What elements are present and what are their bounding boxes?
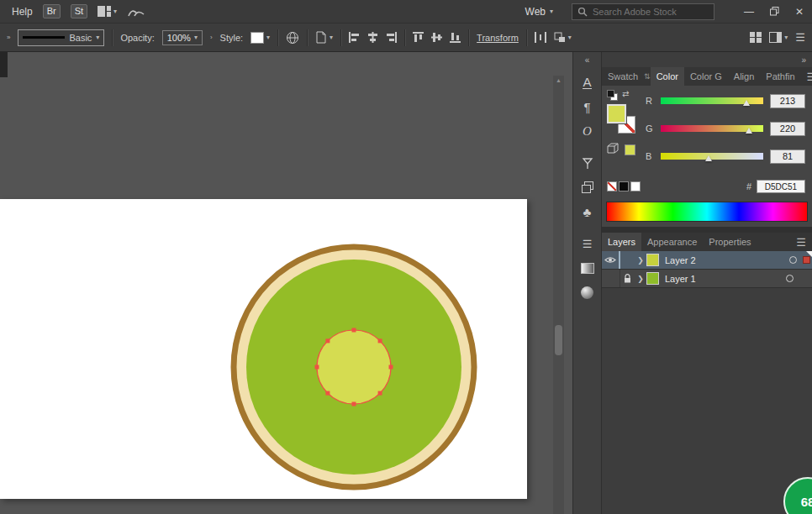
green-value-input[interactable] <box>770 122 805 136</box>
paragraph-panel-button[interactable]: ¶ <box>577 97 598 116</box>
recolor-artwork-button[interactable] <box>286 31 299 45</box>
symbols-panel-button[interactable]: ♣ <box>577 202 598 221</box>
variables-panel-button[interactable] <box>577 154 598 172</box>
target-circle-icon[interactable] <box>786 275 794 282</box>
layer-row-layer1[interactable]: ❯ Layer 1 <box>602 270 812 288</box>
green-slider-handle[interactable] <box>746 128 752 134</box>
bridge-button[interactable]: Br <box>43 4 61 18</box>
white-swatch[interactable] <box>630 181 641 191</box>
selection-color-chip[interactable] <box>803 256 810 264</box>
tab-properties[interactable]: Properties <box>703 233 757 251</box>
blue-slider-handle[interactable] <box>705 155 712 161</box>
hex-row: # <box>746 180 805 193</box>
close-button[interactable]: ✕ <box>787 0 812 24</box>
none-swatch[interactable] <box>607 181 617 191</box>
restore-button[interactable] <box>762 0 787 24</box>
workspace-grid-button[interactable] <box>750 32 762 43</box>
opentype-panel-button[interactable]: O <box>577 122 598 140</box>
artwork[interactable] <box>0 199 527 499</box>
align-top-icon <box>413 32 424 43</box>
align-left-button[interactable] <box>349 32 360 43</box>
visibility-toggle[interactable] <box>602 270 620 287</box>
arrange-documents-button[interactable]: ▾ <box>98 6 117 17</box>
divider <box>340 29 341 46</box>
collapse-panels-button[interactable]: « <box>573 52 601 67</box>
character-panel-button[interactable]: A <box>577 73 598 92</box>
tab-color-guide[interactable]: Color G <box>684 67 728 86</box>
eye-icon <box>604 256 616 264</box>
tab-cycle-icon[interactable]: ⇅ <box>644 67 651 86</box>
panel-dock-toggle[interactable]: ▾ <box>769 32 788 43</box>
tab-appearance[interactable]: Appearance <box>641 233 703 251</box>
expand-arrow-icon[interactable]: ❯ <box>635 256 646 265</box>
in-gamut-swatch[interactable] <box>625 144 635 155</box>
canvas-area[interactable]: ▲ <box>0 52 572 514</box>
fill-proxy-small[interactable] <box>607 90 614 97</box>
opentype-icon: O <box>583 124 592 139</box>
align-bottom-button[interactable] <box>450 32 461 43</box>
layer-thumbnail[interactable] <box>646 254 659 266</box>
adobe-stock-search[interactable] <box>572 3 714 20</box>
tab-swatches[interactable]: Swatch <box>602 67 644 86</box>
scroll-up-icon[interactable]: ▲ <box>553 77 564 83</box>
layers-panel-menu-icon[interactable]: ☰ <box>790 233 812 251</box>
red-slider[interactable] <box>661 97 763 104</box>
restore-icon <box>770 7 779 16</box>
workspace-switcher[interactable]: Web ▾ <box>525 6 553 18</box>
transform-link[interactable]: Transform <box>477 33 519 43</box>
tab-pathfinder[interactable]: Pathfin <box>760 67 800 86</box>
fill-swatch[interactable] <box>607 104 626 123</box>
brush-definition-dropdown[interactable]: Basic ▾ <box>18 29 104 46</box>
visibility-toggle[interactable] <box>602 251 620 269</box>
blue-slider[interactable] <box>661 153 763 160</box>
lock-toggle[interactable] <box>620 251 635 269</box>
blue-value-input[interactable] <box>770 149 805 164</box>
align-to-selection-button[interactable]: ▾ <box>554 32 572 43</box>
minimize-button[interactable]: — <box>736 0 762 24</box>
layer-thumbnail[interactable] <box>646 272 659 285</box>
style-dropdown[interactable]: ▾ <box>250 32 270 44</box>
tab-layers[interactable]: Layers <box>602 233 641 251</box>
lock-toggle[interactable] <box>620 270 635 287</box>
out-of-gamut-cube-icon[interactable] <box>607 143 619 155</box>
color-spectrum-bar[interactable] <box>606 202 808 222</box>
opacity-value-dropdown[interactable]: 100% ▾ <box>162 30 203 45</box>
target-circle-icon[interactable] <box>789 256 797 264</box>
opacity-flyout-icon[interactable]: › <box>210 34 213 41</box>
control-panel-menu-button[interactable]: ☰ <box>795 31 805 44</box>
gradient-panel-button[interactable] <box>577 259 598 277</box>
gpu-performance-button[interactable] <box>127 6 145 18</box>
red-slider-handle[interactable] <box>743 100 750 106</box>
layer-name[interactable]: Layer 1 <box>665 274 696 284</box>
artboard[interactable] <box>0 199 527 499</box>
search-input[interactable] <box>593 7 702 17</box>
layer-name[interactable]: Layer 2 <box>665 255 696 265</box>
artboards-panel-button[interactable] <box>577 178 598 197</box>
swap-fill-stroke-icon[interactable]: ⇄ <box>622 89 629 98</box>
stock-button[interactable]: St <box>71 4 87 18</box>
layer-row-layer2[interactable]: ❯ Layer 2 <box>602 251 812 270</box>
vertical-scrollbar[interactable]: ▲ <box>553 76 564 514</box>
hex-value-input[interactable] <box>757 180 805 193</box>
expand-arrow-icon[interactable]: ❯ <box>635 275 646 283</box>
red-value-input[interactable] <box>770 94 805 108</box>
control-bar-overflow-icon[interactable]: » <box>7 34 10 41</box>
align-middle-button[interactable] <box>431 32 442 43</box>
scrollbar-thumb[interactable] <box>555 325 562 355</box>
tab-align[interactable]: Align <box>728 67 760 86</box>
stroke-panel-button[interactable]: ☰ <box>577 234 598 253</box>
chevron-down-icon: ▾ <box>784 34 788 41</box>
color-panel-menu-icon[interactable]: ☰ <box>801 67 812 86</box>
align-top-button[interactable] <box>413 32 424 43</box>
green-slider[interactable] <box>661 125 763 132</box>
align-center-button[interactable] <box>367 32 378 43</box>
transparency-panel-button[interactable] <box>577 283 598 302</box>
distribute-spacing-button[interactable] <box>535 32 546 43</box>
expand-dock-icon[interactable]: » <box>801 55 806 65</box>
document-setup-button[interactable]: ▾ <box>315 31 333 44</box>
align-right-button[interactable] <box>386 32 397 43</box>
menu-help[interactable]: Help <box>12 6 33 18</box>
globe-icon <box>286 31 299 45</box>
black-swatch[interactable] <box>619 181 629 191</box>
tab-color[interactable]: Color <box>651 67 684 86</box>
